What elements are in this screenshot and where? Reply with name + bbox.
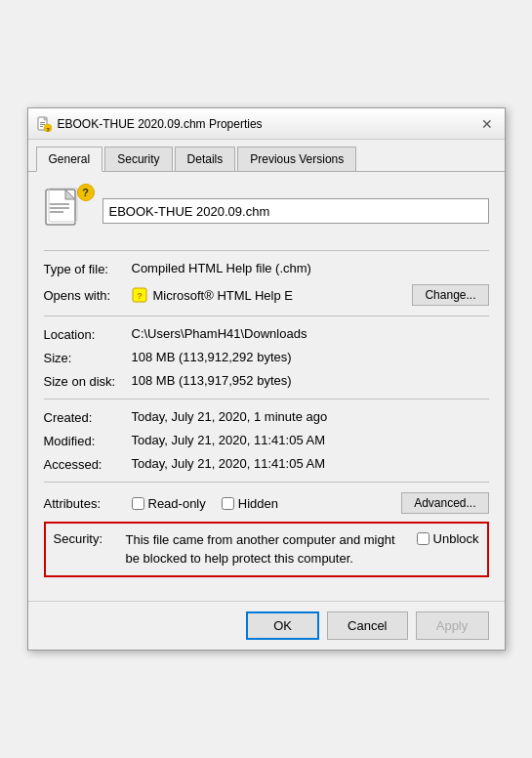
hidden-checkbox-wrap[interactable]: Hidden <box>222 496 278 511</box>
help-badge: ? <box>77 184 95 201</box>
accessed-value: Today, July 21, 2020, 11:41:05 AM <box>132 456 489 471</box>
tab-content: ? Type of file: Compiled HTML Help file … <box>28 172 505 600</box>
tab-general[interactable]: General <box>36 147 103 172</box>
apply-button[interactable]: Apply <box>416 611 489 640</box>
size-on-disk-label: Size on disk: <box>44 373 132 389</box>
change-button[interactable]: Change... <box>412 284 488 306</box>
size-on-disk-row: Size on disk: 108 MB (113,917,952 bytes) <box>44 373 489 389</box>
cancel-button[interactable]: Cancel <box>327 611 407 640</box>
accessed-label: Accessed: <box>44 456 132 472</box>
filename-input[interactable] <box>102 198 489 224</box>
type-label: Type of file: <box>44 261 132 276</box>
separator-2 <box>44 316 489 316</box>
svg-rect-10 <box>50 207 69 209</box>
tab-strip: General Security Details Previous Versio… <box>28 140 505 172</box>
attributes-row: Attributes: Read-only Hidden Advanced... <box>44 492 489 514</box>
location-value: C:\Users\PhamH41\Downloads <box>132 326 489 341</box>
type-value: Compiled HTML Help file (.chm) <box>132 261 489 275</box>
svg-text:?: ? <box>46 126 50 132</box>
created-label: Created: <box>44 409 132 425</box>
modified-value: Today, July 21, 2020, 11:41:05 AM <box>132 433 489 447</box>
svg-rect-3 <box>40 124 45 125</box>
created-row: Created: Today, July 21, 2020, 1 minute … <box>44 409 489 425</box>
app-name: Microsoft® HTML Help E <box>153 288 405 303</box>
security-text: This file came from another computer and… <box>126 531 409 567</box>
file-header: ? <box>44 188 489 234</box>
opens-with-row: Opens with: ? Microsoft® HTML Help E Cha… <box>44 284 489 306</box>
location-row: Location: C:\Users\PhamH41\Downloads <box>44 326 489 342</box>
separator-4 <box>44 482 489 483</box>
app-icon: ? <box>132 287 147 303</box>
unblock-checkbox[interactable] <box>417 532 430 545</box>
separator-1 <box>44 250 489 251</box>
svg-rect-4 <box>40 126 43 127</box>
separator-3 <box>44 399 489 400</box>
ok-button[interactable]: OK <box>246 611 319 640</box>
file-icon-container: ? <box>44 188 91 234</box>
modified-label: Modified: <box>44 433 132 448</box>
size-value: 108 MB (113,912,292 bytes) <box>132 350 489 364</box>
security-label: Security: <box>54 531 126 546</box>
modified-row: Modified: Today, July 21, 2020, 11:41:05… <box>44 433 489 448</box>
title-bar-text: EBOOK-THUE 2020.09.chm Properties <box>58 117 477 131</box>
svg-rect-2 <box>40 122 45 123</box>
properties-dialog: ? EBOOK-THUE 2020.09.chm Properties ✕ Ge… <box>27 107 506 650</box>
button-bar: OK Cancel Apply <box>28 601 505 650</box>
location-label: Location: <box>44 326 132 342</box>
size-row: Size: 108 MB (113,912,292 bytes) <box>44 350 489 365</box>
advanced-button[interactable]: Advanced... <box>401 492 488 514</box>
svg-rect-9 <box>50 203 69 205</box>
window-icon: ? <box>36 116 52 132</box>
opens-with-label: Opens with: <box>44 288 132 303</box>
tab-security[interactable]: Security <box>104 147 172 172</box>
tab-previous-versions[interactable]: Previous Versions <box>237 147 356 172</box>
close-button[interactable]: ✕ <box>477 114 497 134</box>
svg-rect-11 <box>50 211 63 213</box>
svg-text:?: ? <box>137 291 143 301</box>
tab-details[interactable]: Details <box>175 147 236 172</box>
hidden-checkbox[interactable] <box>222 497 234 510</box>
title-bar: ? EBOOK-THUE 2020.09.chm Properties ✕ <box>28 108 505 140</box>
readonly-checkbox-wrap[interactable]: Read-only <box>132 496 206 511</box>
attributes-controls: Read-only Hidden Advanced... <box>132 492 489 514</box>
security-section: Security: This file came from another co… <box>44 522 489 576</box>
created-value: Today, July 21, 2020, 1 minute ago <box>132 409 489 424</box>
opens-with-value: ? Microsoft® HTML Help E Change... <box>132 284 489 306</box>
hidden-label: Hidden <box>238 496 278 511</box>
unblock-label: Unblock <box>433 531 479 546</box>
readonly-checkbox[interactable] <box>132 497 144 510</box>
attributes-label: Attributes: <box>44 496 132 511</box>
unblock-wrap: Unblock <box>417 531 479 546</box>
size-on-disk-value: 108 MB (113,917,952 bytes) <box>132 373 489 388</box>
size-label: Size: <box>44 350 132 365</box>
type-row: Type of file: Compiled HTML Help file (.… <box>44 261 489 276</box>
accessed-row: Accessed: Today, July 21, 2020, 11:41:05… <box>44 456 489 472</box>
readonly-label: Read-only <box>148 496 206 511</box>
